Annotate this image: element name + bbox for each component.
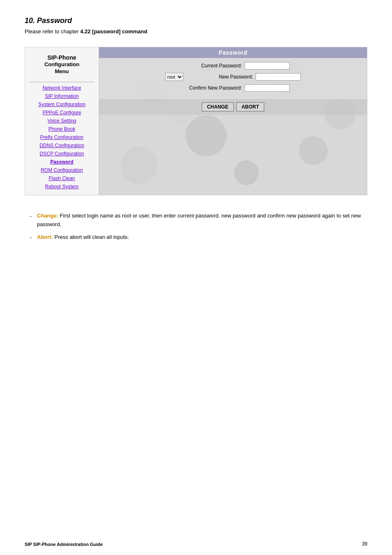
current-password-input[interactable]	[244, 62, 290, 69]
sidebar: SIP-Phone Configuration Menu Network Int…	[25, 47, 99, 195]
subtitle: Please refer to chapter 4.22 [password] …	[25, 28, 367, 35]
desc-bullet: -	[25, 234, 37, 242]
sidebar-item-prefix-configuration[interactable]: Prefix Configuration	[25, 133, 99, 141]
page-number: 39	[362, 541, 367, 547]
sidebar-item-flash-clean[interactable]: Flash Clean	[25, 174, 99, 183]
sidebar-item-phone-book[interactable]: Phone Book	[25, 125, 99, 133]
main-layout: SIP-Phone Configuration Menu Network Int…	[25, 47, 367, 195]
sidebar-links-container: Network InterfaceSIP InformationSystem C…	[25, 84, 99, 191]
current-password-label: Current Password:	[176, 63, 242, 69]
sidebar-title-line3: Menu	[27, 68, 97, 75]
new-password-row: root user New Password:	[107, 73, 359, 81]
login-select[interactable]: root user	[165, 73, 183, 81]
password-form-area: Current Password: root user New Password…	[99, 58, 367, 99]
sidebar-item-reboot-system[interactable]: Reboot System	[25, 183, 99, 191]
desc-text: Change: First select login name as root …	[37, 212, 367, 229]
abort-button[interactable]: ABORT	[236, 102, 265, 111]
change-button[interactable]: CHANGE	[202, 102, 234, 111]
button-row: CHANGE ABORT	[99, 99, 367, 115]
sidebar-item-network-interface[interactable]: Network Interface	[25, 84, 99, 92]
password-section: Password Current Password: root user	[99, 47, 367, 115]
sidebar-divider	[29, 82, 95, 82]
main-panel: Password Current Password: root user	[99, 47, 367, 195]
sidebar-title-line2: Configuration	[27, 61, 97, 68]
confirm-password-input[interactable]	[244, 84, 290, 92]
confirm-password-row: Confirm New Password:	[107, 84, 359, 92]
description: -Change: First select login name as root…	[25, 212, 367, 242]
desc-keyword: Abort:	[37, 234, 53, 240]
footer-text: SIP SIP-Phone Administration Guide	[25, 542, 103, 547]
sidebar-item-rom-configuration[interactable]: ROM Configuration	[25, 166, 99, 174]
page-title: 10. Password	[25, 16, 367, 25]
desc-bullet: -	[25, 212, 37, 221]
password-header: Password	[99, 47, 367, 58]
current-password-row: Current Password:	[107, 62, 359, 69]
sidebar-item-ddns-configuration[interactable]: DDNS Configuration	[25, 141, 99, 150]
desc-item: -Abort: Press abort will clean all input…	[25, 233, 367, 242]
sidebar-title: SIP-Phone Configuration Menu	[25, 51, 99, 78]
desc-text: Abort: Press abort will clean all inputs…	[37, 233, 367, 242]
sidebar-item-sip-information[interactable]: SIP Information	[25, 92, 99, 100]
sidebar-item-voice-setting[interactable]: Voice Setting	[25, 117, 99, 125]
new-password-input[interactable]	[256, 73, 301, 81]
sidebar-title-line1: SIP-Phone	[27, 54, 97, 61]
desc-item: -Change: First select login name as root…	[25, 212, 367, 229]
sidebar-item-dscp-configuration[interactable]: DSCP Configuration	[25, 150, 99, 158]
page-footer: SIP SIP-Phone Administration Guide 39	[0, 541, 392, 547]
sidebar-item-system-configuration[interactable]: System Configuration	[25, 100, 99, 109]
confirm-password-label: Confirm New Password:	[176, 85, 242, 91]
desc-keyword: Change:	[37, 213, 58, 219]
sidebar-item-password[interactable]: Password	[25, 158, 99, 166]
new-password-label: New Password:	[187, 74, 253, 80]
sidebar-item-pppoe-configure[interactable]: PPPoE Configure	[25, 109, 99, 117]
